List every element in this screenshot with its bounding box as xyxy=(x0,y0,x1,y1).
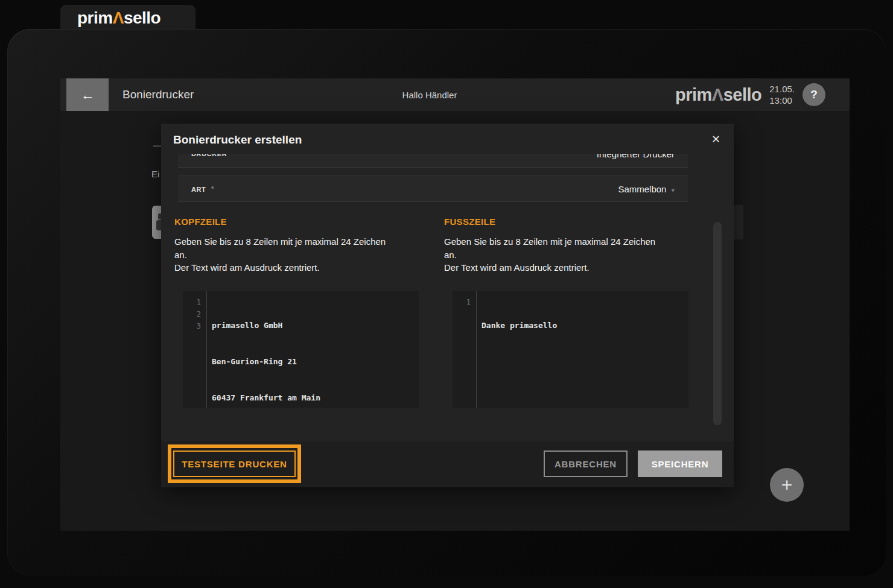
page-title: Bonierdrucker xyxy=(122,78,194,111)
required-asterisk: * xyxy=(211,184,214,194)
footer-actions: ABBRECHEN SPEICHERN xyxy=(544,450,722,477)
plus-icon: + xyxy=(781,474,793,496)
datetime-display: 21.05. 13:00 xyxy=(769,83,795,106)
kopfzeile-editor-text: primasello GmbH Ben-Gurion-Ring 21 60437… xyxy=(207,291,320,408)
kopfzeile-hint: Geben Sie bis zu 8 Zeilen mit je maximal… xyxy=(174,235,419,274)
editor-line: 60437 Frankfurt am Main xyxy=(212,392,320,404)
primasello-logo: primΛsello xyxy=(77,8,160,28)
fusszeile-editor[interactable]: 1 Danke primasello xyxy=(453,291,688,408)
art-label: ART* xyxy=(191,184,214,194)
logo-lambda-icon: Λ xyxy=(712,85,723,104)
close-icon: ✕ xyxy=(711,133,720,145)
back-arrow-icon: ← xyxy=(81,87,95,103)
test-button-highlight: TESTSEITE DRUCKEN xyxy=(168,444,301,483)
art-value: Sammelbon▾ xyxy=(618,184,675,194)
time-label: 13:00 xyxy=(769,95,795,106)
line-number-gutter: 1 2 3 xyxy=(183,291,207,408)
save-button[interactable]: SPEICHERN xyxy=(638,450,722,477)
field-drucker[interactable]: DRUCKER Integrierter Drucker xyxy=(178,154,688,168)
question-mark-icon: ? xyxy=(810,88,818,101)
editor-line: Danke primasello xyxy=(481,320,557,332)
modal-footer: TESTSEITE DRUCKEN ABBRECHEN SPEICHERN xyxy=(161,441,734,487)
close-button[interactable]: ✕ xyxy=(711,133,720,146)
field-art-dropdown[interactable]: ART* Sammelbon▾ xyxy=(178,175,688,202)
cancel-button[interactable]: ABBRECHEN xyxy=(544,450,628,477)
modal-scroll-area: DRUCKER Integrierter Drucker ART* Sammel… xyxy=(161,154,734,441)
kopfzeile-editor[interactable]: 1 2 3 primasello GmbH Ben-Gurion-Ring 21… xyxy=(183,291,419,408)
drucker-label: DRUCKER xyxy=(191,154,227,157)
fusszeile-editor-text: Danke primasello xyxy=(477,291,557,408)
create-printer-modal: Bonierdrucker erstellen ✕ DRUCKER Integr… xyxy=(161,124,734,487)
bg-tab-underline xyxy=(153,145,162,147)
browser-tab[interactable]: primΛsello xyxy=(60,5,195,31)
fusszeile-hint: Geben Sie bis zu 8 Zeilen mit je maximal… xyxy=(444,235,688,274)
help-button[interactable]: ? xyxy=(802,83,825,106)
logo-lambda-icon: Λ xyxy=(113,8,124,27)
kopfzeile-heading: KOPFZEILE xyxy=(174,217,419,227)
editor-line: Ben-Gurion-Ring 21 xyxy=(212,356,320,368)
modal-title: Bonierdrucker erstellen xyxy=(173,133,302,147)
date-label: 21.05. xyxy=(769,83,795,95)
chevron-down-icon: ▾ xyxy=(671,186,675,194)
header-right-cluster: primΛsello 21.05. 13:00 ? xyxy=(675,78,850,111)
back-button[interactable]: ← xyxy=(66,78,109,111)
primasello-logo-header: primΛsello xyxy=(675,85,761,105)
bg-panel-sliver xyxy=(734,205,743,239)
line-number-gutter: 1 xyxy=(453,291,477,408)
add-button[interactable]: + xyxy=(770,468,804,502)
user-greeting: Hallo Händler xyxy=(402,78,457,111)
modal-scrollbar-thumb[interactable] xyxy=(713,222,722,425)
kopfzeile-section: KOPFZEILE Geben Sie bis zu 8 Zeilen mit … xyxy=(174,217,419,408)
app-header-bar: ← Bonierdrucker Hallo Händler primΛsello… xyxy=(60,78,850,111)
fusszeile-section: FUSSZEILE Geben Sie bis zu 8 Zeilen mit … xyxy=(444,217,688,408)
fusszeile-heading: FUSSZEILE xyxy=(444,217,688,227)
editor-columns: KOPFZEILE Geben Sie bis zu 8 Zeilen mit … xyxy=(174,217,688,408)
print-test-page-button[interactable]: TESTSEITE DRUCKEN xyxy=(173,450,296,477)
drucker-value: Integrierter Drucker xyxy=(597,154,675,159)
editor-line: primasello GmbH xyxy=(212,320,320,332)
bg-clipped-text: Ei xyxy=(151,169,159,179)
